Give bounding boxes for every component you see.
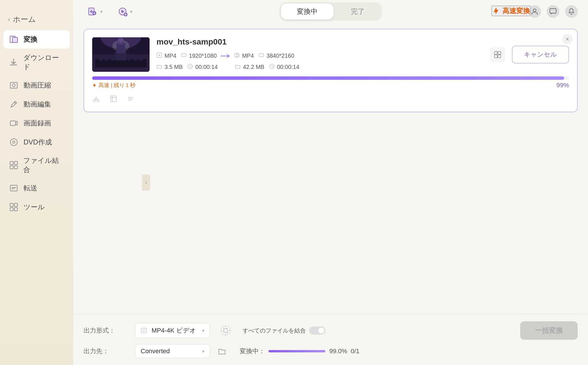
target-resolution-group: 3840*2160 [258,52,294,59]
sidebar-item-label-edit: 動画編集 [24,100,51,109]
add-media-chevron: ▾ [130,9,132,14]
converting-label: 変換中： [240,347,265,356]
svg-rect-40 [181,54,186,57]
target-format: MP4 [242,53,254,59]
sidebar-item-label-compress: 動画圧縮 [24,81,51,90]
edit-icon [9,99,19,109]
source-size: 3.5 MB [165,64,183,70]
output-dest-row: 出力先： Converted ▾ 変換中： 99.0% 0/1 [84,344,578,358]
svg-rect-9 [10,166,13,169]
speed-label: 高速 | 残り１秒 [98,82,136,89]
svg-rect-53 [141,328,146,333]
merge-toggle-switch[interactable] [309,327,325,335]
file-thumbnail [92,37,150,72]
sidebar-item-tools[interactable]: ツール [3,198,70,216]
collapse-sidebar-button[interactable]: ‹ [142,175,150,191]
merge-toggle-area: すべてのファイルを結合 [243,327,325,335]
output-format-label: 出力形式： [84,326,129,335]
dvd-icon [9,137,19,147]
content-area: × [73,23,588,314]
header-icons [528,5,578,18]
svg-rect-46 [494,51,497,54]
progress-info: 高速 | 残り１秒 99% [92,82,569,89]
svg-rect-11 [10,185,17,191]
cancel-button[interactable]: キャンセル [512,46,569,63]
svg-point-6 [13,141,15,143]
svg-rect-42 [236,54,239,57]
sidebar-item-label-download: ダウンロード [23,53,65,72]
bottom-bar: 出力形式： MP4-4K ビデオ ▾ すべてのファイルを結合 [73,314,588,365]
download-icon [9,57,19,67]
tools-icon [9,202,19,212]
chat-icon[interactable] [547,5,559,18]
svg-rect-2 [10,82,17,88]
sidebar: ‹ ホーム 変換 ダウンロード [0,0,73,365]
svg-rect-17 [550,9,556,13]
svg-point-34 [139,57,143,61]
settings-button[interactable] [490,47,505,62]
svg-rect-7 [10,161,13,165]
close-card-button[interactable]: × [562,34,572,44]
home-label: ホーム [13,14,36,24]
svg-rect-4 [10,121,16,125]
convert-all-button[interactable]: 一括変換 [520,321,578,340]
crop-icon[interactable] [109,95,117,105]
sidebar-nav: 変換 ダウンロード 動画圧縮 [0,30,73,216]
sidebar-item-convert[interactable]: 変換 [3,30,70,49]
bell-icon[interactable] [565,5,578,18]
source-size-group: 3.5 MB [156,63,183,71]
sidebar-item-merge[interactable]: ファイル結合 [3,152,70,178]
merge-label: すべてのファイルを結合 [243,327,306,335]
sidebar-home[interactable]: ‹ ホーム [0,11,73,30]
svg-rect-36 [117,43,125,53]
add-file-chevron: ▾ [100,9,102,14]
source-resolution: 1920*1080 [189,53,217,59]
speed-convert-button[interactable]: 高速変換 [492,6,531,16]
output-dest-select[interactable]: Converted ▾ [135,344,210,358]
target-duration: 00:00:14 [277,64,299,70]
svg-point-16 [533,9,536,12]
output-format-row: 出力形式： MP4-4K ビデオ ▾ すべてのファイルを結合 [84,321,578,340]
svg-rect-8 [14,161,18,165]
sidebar-item-dvd[interactable]: DVD作成 [3,133,70,151]
progress-count: 0/1 [351,347,359,355]
target-format-group: MP4 [234,52,254,59]
cut-icon[interactable] [92,95,100,105]
add-media-button[interactable]: ▾ [112,3,138,20]
svg-point-38 [118,38,124,43]
merge-settings-icon[interactable] [220,325,231,336]
add-file-button[interactable]: ▾ [82,3,108,20]
video-file-icon [156,52,162,59]
tab-done[interactable]: 完了 [335,3,381,20]
file-card-top: mov_hts-samp001 MP4 [92,37,569,72]
tab-converting[interactable]: 変換中 [281,3,334,20]
output-format-select[interactable]: MP4-4K ビデオ ▾ [135,323,210,338]
target-video-icon [234,52,240,59]
sidebar-item-edit[interactable]: 動画編集 [3,95,70,113]
target-clock-icon [269,63,275,71]
svg-rect-52 [111,96,116,102]
svg-point-28 [104,57,109,61]
progress-area: 高速 | 残り１秒 99% [92,76,569,89]
sidebar-item-download[interactable]: ダウンロード [3,49,70,76]
target-resolution: 3840*2160 [266,53,294,59]
file-name: mov_hts-samp001 [156,37,483,47]
speed-text: 高速 | 残り１秒 [92,82,136,89]
toggle-knob [318,328,324,333]
list-icon[interactable] [127,95,135,105]
sidebar-item-label-record: 画面録画 [24,119,51,128]
source-duration-group: 00:00:14 [187,63,218,71]
meta-row-format: MP4 1920*1080 [156,52,483,59]
sidebar-item-label-dvd: DVD作成 [24,138,52,147]
sidebar-item-transfer[interactable]: 転送 [3,179,70,197]
target-size: 42.2 MB [243,64,264,70]
progress-percent: 99% [556,82,569,89]
target-size-group: 42.2 MB [235,63,264,71]
progress-bar-sm [268,350,326,352]
progress-bar-fill [92,76,564,80]
record-icon [9,118,19,128]
sidebar-item-record[interactable]: 画面録画 [3,114,70,132]
sidebar-item-label-convert: 変換 [24,35,37,44]
sidebar-item-compress[interactable]: 動画圧縮 [3,76,70,94]
open-folder-button[interactable] [216,345,228,358]
